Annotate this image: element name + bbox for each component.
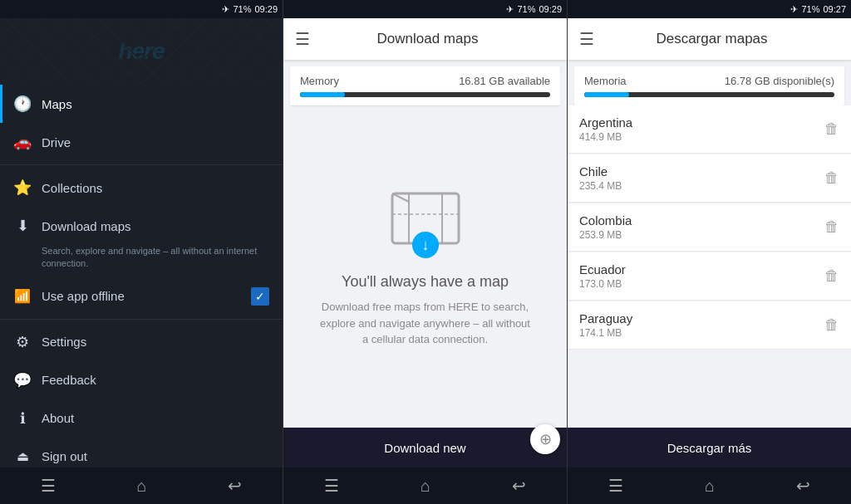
menu-btn-p3[interactable]: ☰ [608,476,623,496]
svg-text:↓: ↓ [421,237,429,253]
country-item-argentina[interactable]: Argentina 414.9 MB 🗑 [568,105,851,154]
menu-btn-p1[interactable]: ☰ [41,476,56,496]
wifi-icon: 📶 [13,287,32,306]
airplane-icon-p2: ✈ [506,4,514,15]
country-size-0: 414.9 MB [579,131,632,143]
country-info-1: Chile 235.4 MB [579,164,622,192]
nav-list: 🕐 Maps 🚗 Drive ⭐ Collections ⬇ Download … [0,85,283,467]
battery-p1: 71% [233,4,251,14]
panel2-header: ☰ Download maps [283,18,567,60]
memory-section-p2: Memory 16.81 GB available [290,66,560,105]
sidebar-item-maps[interactable]: 🕐 Maps [0,85,283,123]
trash-icon-2[interactable]: 🗑 [824,218,839,236]
panel3-header: ☰ Descargar mapas [568,18,851,60]
back-btn-p2[interactable]: ↩ [512,476,526,496]
country-item-ecuador[interactable]: Ecuador 173.0 MB 🗑 [568,252,851,301]
sidebar-item-signout[interactable]: ⏏ Sign out [0,438,283,467]
car-icon: 🚗 [13,133,32,151]
sidebar-item-drive[interactable]: 🚗 Drive [0,123,283,161]
bottom-nav-p2: ☰ ⌂ ↩ [283,467,567,504]
battery-p3: 71% [801,4,819,14]
country-size-2: 253.9 MB [579,229,632,241]
hero-desc: Download free maps from HERE to search, … [317,299,534,348]
country-name-0: Argentina [579,115,632,130]
sidebar-item-feedback[interactable]: 💬 Feedback [0,361,283,399]
progress-bar-bg-p2 [300,92,550,97]
trash-icon-1[interactable]: 🗑 [824,169,839,187]
memory-row-p2: Memory 16.81 GB available [300,75,550,87]
airplane-icon: ✈ [222,4,229,15]
country-item-colombia[interactable]: Colombia 253.9 MB 🗑 [568,203,851,252]
chat-icon: 💬 [13,371,32,389]
country-size-1: 235.4 MB [579,180,622,192]
compass-btn[interactable]: ⊕ [530,424,560,454]
country-info-2: Colombia 253.9 MB [579,213,632,241]
panel2-title: Download maps [320,31,555,47]
country-item-chile[interactable]: Chile 235.4 MB 🗑 [568,154,851,203]
divider-2 [0,319,283,320]
trash-icon-0[interactable]: 🗑 [824,120,839,138]
trash-icon-3[interactable]: 🗑 [824,267,839,285]
trash-icon-4[interactable]: 🗑 [824,316,839,334]
home-btn-p3[interactable]: ⌂ [705,477,715,496]
country-name-4: Paraguay [579,311,632,325]
memory-available-p3: 16.78 GB disponible(s) [725,75,834,87]
sidebar-item-use-app-offline[interactable]: 📶 Use app offline ✓ [0,277,283,316]
offline-checkbox[interactable]: ✓ [251,287,269,306]
sidebar-item-drive-label: Drive [42,135,269,149]
sidebar-item-offline-label: Use app offline [42,289,241,303]
hero-title: You'll always have a map [342,273,509,291]
menu-btn-p2[interactable]: ☰ [324,476,339,496]
country-item-paraguay[interactable]: Paraguay 174.1 MB 🗑 [568,301,851,350]
country-name-3: Ecuador [579,262,626,276]
back-btn-p3[interactable]: ↩ [796,476,810,496]
country-size-3: 173.0 MB [579,278,626,290]
hamburger-btn-p2[interactable]: ☰ [295,29,310,49]
memory-available-p2: 16.81 GB available [459,75,550,87]
home-btn-p1[interactable]: ⌂ [136,477,146,496]
sidebar-panel: ✈ 71% 09:29 here 🕐 Maps 🚗 Drive ⭐ Collec… [0,0,283,504]
country-name-1: Chile [579,164,622,179]
panel3-title: Descargar mapas [604,31,839,47]
country-size-4: 174.1 MB [579,327,632,339]
country-info-3: Ecuador 173.0 MB [579,262,626,290]
time-p3: 09:27 [823,4,846,14]
status-bar-p1: ✈ 71% 09:29 [0,0,283,18]
home-btn-p2[interactable]: ⌂ [421,477,430,496]
sidebar-item-about-label: About [42,411,269,425]
descargar-mapas-panel: ✈ 71% 09:27 ☰ Descargar mapas Memoria 16… [567,0,851,504]
descargar-mas-button[interactable]: Descargar más [568,428,851,467]
sidebar-item-maps-label: Maps [42,97,269,111]
here-logo-area: here [0,18,283,85]
time-p2: 09:29 [539,4,562,14]
sidebar-item-download-maps[interactable]: ⬇ Download maps [0,207,283,245]
progress-bar-fill-p3 [584,92,629,97]
map-icon: ↓ [384,185,467,260]
divider-1 [0,164,283,165]
status-bar-p3: ✈ 71% 09:27 [568,0,851,18]
gear-icon: ⚙ [13,333,32,351]
sidebar-item-collections-label: Collections [42,181,269,195]
sidebar-item-feedback-label: Feedback [42,373,269,387]
memory-label-p2: Memory [300,75,339,87]
hamburger-btn-p3[interactable]: ☰ [579,29,594,49]
back-btn-p1[interactable]: ↩ [228,476,242,496]
country-list: Argentina 414.9 MB 🗑 Chile 235.4 MB 🗑 Co… [568,105,851,428]
country-info-0: Argentina 414.9 MB [579,115,632,143]
time-p1: 09:29 [254,4,278,14]
sidebar-item-settings[interactable]: ⚙ Settings [0,323,283,361]
country-name-2: Colombia [579,213,632,228]
battery-p2: 71% [517,4,535,14]
bottom-nav-p1: ☰ ⌂ ↩ [0,467,283,504]
sidebar-item-download-label: Download maps [42,219,269,233]
download-maps-sublabel: Search, explore and navigate – all witho… [0,245,283,277]
memory-label-p3: Memoria [584,75,627,87]
sidebar-item-collections[interactable]: ⭐ Collections [0,169,283,207]
bottom-nav-p3: ☰ ⌂ ↩ [568,467,851,504]
download-new-button[interactable]: Download new [283,428,567,467]
sidebar-item-signout-label: Sign out [42,449,269,463]
memory-section-p3: Memoria 16.78 GB disponible(s) [574,66,844,105]
status-bar-p2: ✈ 71% 09:29 [283,0,567,18]
sidebar-item-about[interactable]: ℹ About [0,399,283,438]
download-icon: ⬇ [13,217,32,235]
